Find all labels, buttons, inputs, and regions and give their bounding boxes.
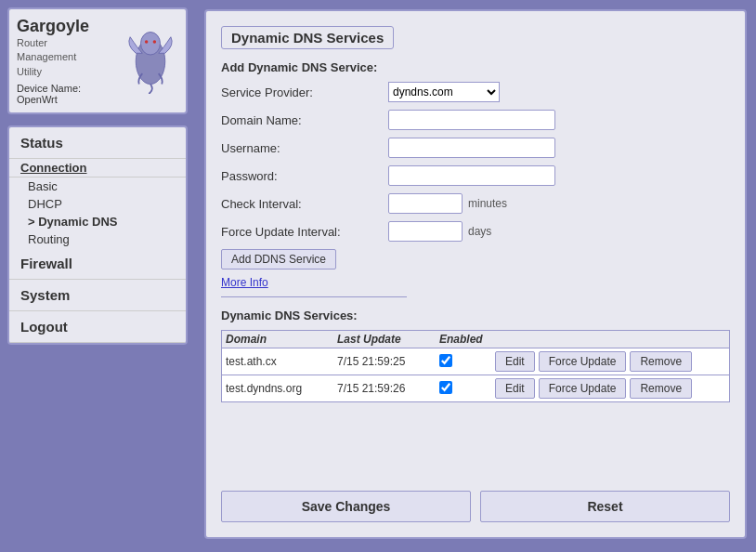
username-row: Username: xyxy=(221,138,730,158)
col-last-update: Last Update xyxy=(337,333,439,346)
app-title: Gargoyle xyxy=(17,17,123,36)
services-section: Dynamic DNS Services: Domain Last Update… xyxy=(221,309,730,402)
col-domain: Domain xyxy=(226,333,337,346)
panel-header: Dynamic DNS Services xyxy=(221,26,730,49)
section-divider xyxy=(221,296,407,297)
row1-domain: test.ath.cx xyxy=(226,355,337,368)
table-row: test.ath.cx 7/15 21:59:25 Edit Force Upd… xyxy=(222,348,729,375)
sidebar-item-dhcp[interactable]: DHCP xyxy=(9,195,186,213)
sidebar-item-firewall[interactable]: Firewall xyxy=(9,248,186,280)
col-actions xyxy=(504,333,725,346)
row1-last-update: 7/15 21:59:25 xyxy=(337,355,439,368)
row2-enabled-checkbox[interactable] xyxy=(439,381,452,394)
sidebar-item-status[interactable]: Status xyxy=(9,127,186,159)
sidebar-item-logout[interactable]: Logout xyxy=(9,311,186,343)
sidebar-item-routing[interactable]: Routing xyxy=(9,230,186,248)
logo-box: Gargoyle Router Management Utility Devic… xyxy=(7,7,188,114)
add-ddns-button[interactable]: Add DDNS Service xyxy=(221,249,336,269)
panel: Dynamic DNS Services Add Dynamic DNS Ser… xyxy=(204,9,747,539)
row2-last-update: 7/15 21:59:26 xyxy=(337,382,439,395)
row2-remove-button[interactable]: Remove xyxy=(630,378,692,399)
svg-point-3 xyxy=(153,40,157,44)
check-interval-row: Check Interval: minutes xyxy=(221,193,730,214)
domain-name-row: Domain Name: xyxy=(221,110,730,130)
row2-edit-button[interactable]: Edit xyxy=(495,378,535,399)
row1-enabled-cell xyxy=(439,354,495,370)
row2-domain: test.dyndns.org xyxy=(226,382,337,395)
password-label: Password: xyxy=(221,169,388,183)
username-label: Username: xyxy=(221,141,388,155)
row1-actions: Edit Force Update Remove xyxy=(495,351,725,372)
logo-text: Gargoyle Router Management Utility Devic… xyxy=(17,17,123,105)
sidebar-item-dynamic-dns[interactable]: Dynamic DNS xyxy=(9,213,186,230)
reset-button[interactable]: Reset xyxy=(480,491,730,522)
table-row: test.dyndns.org 7/15 21:59:26 Edit Force… xyxy=(222,375,729,401)
main-content: Dynamic DNS Services Add Dynamic DNS Ser… xyxy=(195,0,756,552)
domain-name-label: Domain Name: xyxy=(221,113,388,127)
row1-edit-button[interactable]: Edit xyxy=(495,351,535,372)
device-name: Device Name: OpenWrt xyxy=(17,83,123,105)
service-provider-select[interactable]: dyndns.com no-ip.com afraid.org xyxy=(388,82,500,102)
sidebar-item-basic[interactable]: Basic xyxy=(9,177,186,195)
sidebar-item-connection[interactable]: Connection xyxy=(9,159,186,177)
check-interval-input[interactable] xyxy=(388,193,463,214)
footer-buttons: Save Changes Reset xyxy=(221,483,730,522)
row2-force-update-button[interactable]: Force Update xyxy=(539,378,627,399)
svg-point-1 xyxy=(141,32,161,55)
services-section-title: Dynamic DNS Services: xyxy=(221,309,730,322)
force-update-input[interactable] xyxy=(388,221,463,242)
table-header: Domain Last Update Enabled xyxy=(222,331,729,348)
dragon-logo xyxy=(123,29,178,94)
add-ddns-section: Add Dynamic DNS Service: Service Provide… xyxy=(221,60,730,289)
row1-force-update-button[interactable]: Force Update xyxy=(539,351,627,372)
app-subtitle: Router Management Utility xyxy=(17,36,123,79)
check-interval-unit: minutes xyxy=(468,197,507,210)
svg-point-2 xyxy=(145,40,149,44)
row2-enabled-cell xyxy=(439,381,495,397)
service-provider-row: Service Provider: dyndns.com no-ip.com a… xyxy=(221,82,730,102)
check-interval-label: Check Interval: xyxy=(221,197,388,211)
add-section-title: Add Dynamic DNS Service: xyxy=(221,60,730,74)
service-provider-label: Service Provider: xyxy=(221,85,388,99)
password-input[interactable] xyxy=(388,165,555,186)
force-update-label: Force Update Interval: xyxy=(221,225,388,239)
sidebar-item-system[interactable]: System xyxy=(9,280,186,311)
sidebar: Gargoyle Router Management Utility Devic… xyxy=(0,0,195,552)
more-info-link[interactable]: More Info xyxy=(221,276,268,289)
row1-remove-button[interactable]: Remove xyxy=(630,351,692,372)
services-table: Domain Last Update Enabled test.ath.cx 7… xyxy=(221,330,730,402)
save-changes-button[interactable]: Save Changes xyxy=(221,491,471,522)
username-input[interactable] xyxy=(388,138,555,158)
password-row: Password: xyxy=(221,165,730,186)
force-update-row: Force Update Interval: days xyxy=(221,221,730,242)
force-update-unit: days xyxy=(468,225,491,238)
panel-title: Dynamic DNS Services xyxy=(221,26,394,49)
col-enabled: Enabled xyxy=(439,333,504,346)
domain-name-input[interactable] xyxy=(388,110,555,130)
row2-actions: Edit Force Update Remove xyxy=(495,378,725,399)
row1-enabled-checkbox[interactable] xyxy=(439,354,452,367)
nav-box: Status Connection Basic DHCP Dynamic DNS… xyxy=(7,125,188,345)
